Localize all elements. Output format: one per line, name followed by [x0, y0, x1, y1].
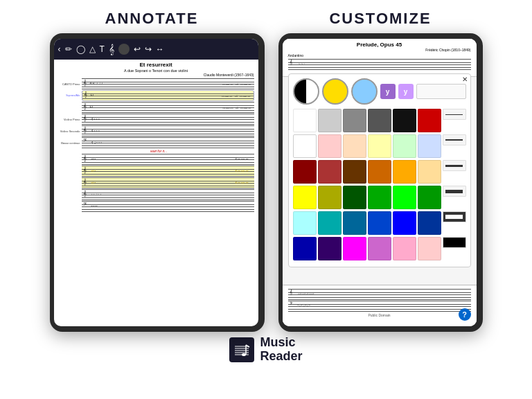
- line-style-2[interactable]: [443, 134, 466, 145]
- svg-rect-1: [233, 341, 251, 359]
- line-style-4[interactable]: [443, 186, 466, 197]
- toolbar: ‹ ✏ ◯ △ T 𝄞 ↩ ↪ ↔: [54, 39, 258, 60]
- lightblue-swatch[interactable]: [351, 78, 378, 105]
- wait-for-it-text: wait for it...: [150, 149, 167, 153]
- color-circle[interactable]: [118, 44, 130, 55]
- color-black[interactable]: [393, 109, 416, 132]
- color-gray[interactable]: [343, 109, 366, 132]
- color-peach[interactable]: [343, 134, 366, 158]
- part-label-1: CANTO Primo: [58, 82, 82, 86]
- color-maroon[interactable]: [318, 160, 342, 184]
- bottom-staff-2-highlighted: 𝄞 xit • & re-sur-re: [82, 166, 254, 177]
- color-grid-row-2: [293, 134, 466, 158]
- bottom-staff-row-5: 𝄢 • • • •: [58, 201, 254, 212]
- color-violet[interactable]: [368, 237, 391, 260]
- color-picker-panel: ✕ y y: [288, 73, 471, 267]
- line-style-1[interactable]: [443, 109, 466, 120]
- color-yellow-light[interactable]: [368, 134, 391, 158]
- y-button-light[interactable]: y: [398, 84, 414, 99]
- pencil-icon[interactable]: ✏: [65, 44, 72, 54]
- staff-lines-6: 𝄢 4 ♩ • • •: [82, 137, 254, 148]
- color-brightgreen[interactable]: [393, 186, 416, 209]
- staff-lines-5: 𝄞 4 • • •: [82, 125, 254, 136]
- undo-icon[interactable]: ↩: [134, 44, 141, 54]
- staff-row-2: Soprano/Alto 𝄞 Ei re-sur-re · xit · re-s…: [58, 90, 254, 101]
- back-icon[interactable]: ‹: [58, 44, 61, 54]
- page-wrapper: ♪ ANNOTATE CUSTOMIZE ‹ ✏ ◯ △ T: [0, 0, 532, 399]
- right-score-subtitle: Andantino: [288, 53, 471, 57]
- color-darkgray[interactable]: [368, 109, 391, 132]
- color-orange[interactable]: [393, 160, 416, 184]
- color-indigo[interactable]: [318, 237, 342, 260]
- color-olive[interactable]: [318, 186, 342, 209]
- color-darkgreen[interactable]: [343, 186, 366, 209]
- color-slate[interactable]: [343, 211, 366, 235]
- line-style-3[interactable]: [443, 160, 466, 171]
- color-blush[interactable]: [418, 237, 441, 260]
- color-magenta[interactable]: [343, 237, 366, 260]
- sheet-music-area: Et resurrexit A due Soprani o Tenori con…: [54, 60, 258, 214]
- line-style-preview[interactable]: [416, 84, 466, 99]
- staff-lines-2-highlighted: 𝄞 Ei re-sur-re · xit · re-sur-re: [82, 90, 254, 101]
- staff-row-1: CANTO Primo 𝄞 4 •♩ ♪ ♩ ♪ re-sur-re · xit…: [58, 78, 254, 89]
- right-tablet-frame: Prelude, Opus 45 Frédéric Chopin (1810–1…: [278, 33, 483, 332]
- logo-text-music: Music: [260, 336, 302, 350]
- bottom-staff-row-2: 𝄞 xit • & re-sur-re: [58, 166, 254, 177]
- left-tablet-frame: ‹ ✏ ◯ △ T 𝄞 ↩ ↪ ↔ Et resurrexit: [50, 33, 265, 332]
- nav-arrows-icon[interactable]: ↔: [156, 44, 164, 54]
- yellow-swatch[interactable]: [322, 78, 348, 105]
- footer: Music Reader: [0, 336, 532, 364]
- circle-tool-icon[interactable]: ◯: [76, 44, 85, 54]
- part-label-6: Basso continuo: [58, 141, 82, 145]
- color-darkred[interactable]: [293, 160, 317, 184]
- sheet-composer: Claudio Monteverdi (1567–1643): [58, 73, 254, 77]
- color-hotpink[interactable]: [393, 237, 416, 260]
- color-teal[interactable]: [318, 211, 342, 235]
- color-lightgray[interactable]: [318, 109, 342, 132]
- color-orange-dark[interactable]: [368, 160, 391, 184]
- bottom-staff-1: 𝄞 xit • wait for it... & re-sur-re: [82, 154, 254, 165]
- bottom-staff-5: 𝄢 • • • •: [82, 201, 254, 212]
- redo-icon[interactable]: ↪: [145, 44, 152, 54]
- line-style-5[interactable]: [443, 211, 466, 222]
- color-grid-row-5: [293, 211, 466, 235]
- color-blue-light[interactable]: [418, 134, 441, 158]
- color-red[interactable]: [418, 109, 441, 132]
- color-green[interactable]: [368, 186, 391, 209]
- color-medgreen[interactable]: [418, 186, 441, 209]
- color-darknavy[interactable]: [293, 237, 317, 260]
- right-tablet-screen: Prelude, Opus 45 Frédéric Chopin (1810–1…: [283, 39, 477, 326]
- help-button[interactable]: ?: [459, 308, 471, 321]
- annotate-label: ANNOTATE: [89, 0, 214, 28]
- color-yellow[interactable]: [293, 186, 317, 209]
- customize-label: CUSTOMIZE: [318, 0, 443, 28]
- color-brown[interactable]: [343, 160, 366, 184]
- color-white[interactable]: [293, 109, 317, 132]
- staff-row-4: Violino Primo 𝄞 4 • • •: [58, 114, 254, 125]
- y-button-dark[interactable]: y: [380, 84, 396, 99]
- left-tablet-screen: ‹ ✏ ◯ △ T 𝄞 ↩ ↪ ↔ Et resurrexit: [54, 39, 258, 326]
- color-grid-row-6: [293, 237, 466, 260]
- color-pink-light[interactable]: [318, 134, 342, 158]
- section-headers: ANNOTATE CUSTOMIZE: [37, 0, 495, 28]
- line-style-6[interactable]: [443, 237, 466, 248]
- color-lightcyan[interactable]: [293, 211, 317, 235]
- right-score-title: Prelude, Opus 45: [288, 42, 471, 48]
- part-label-4: Violino Primo: [58, 118, 82, 121]
- half-circle-swatch[interactable]: [293, 78, 319, 105]
- color-tan[interactable]: [418, 160, 441, 184]
- svg-point-7: [242, 353, 246, 356]
- color-blue-med[interactable]: [368, 211, 391, 235]
- logo-text-reader: Reader: [260, 350, 302, 364]
- color-white2[interactable]: [293, 134, 317, 158]
- color-green-light[interactable]: [393, 134, 416, 158]
- color-blue[interactable]: [393, 211, 416, 235]
- close-panel-button[interactable]: ✕: [462, 76, 468, 83]
- footer-logo: Music Reader: [229, 336, 302, 364]
- text-icon[interactable]: T: [100, 44, 105, 54]
- color-navy[interactable]: [418, 211, 441, 235]
- color-grid-row-1: [293, 109, 466, 132]
- treble-clef-icon[interactable]: 𝄞: [109, 44, 114, 55]
- right-score-bottom: 𝄞♩♩♪♩♩♪♩♪♩♩♩♪ 𝄢• ♩ • ♩ • ♩ • Public Doma…: [283, 285, 477, 326]
- triangle-icon[interactable]: △: [89, 44, 96, 54]
